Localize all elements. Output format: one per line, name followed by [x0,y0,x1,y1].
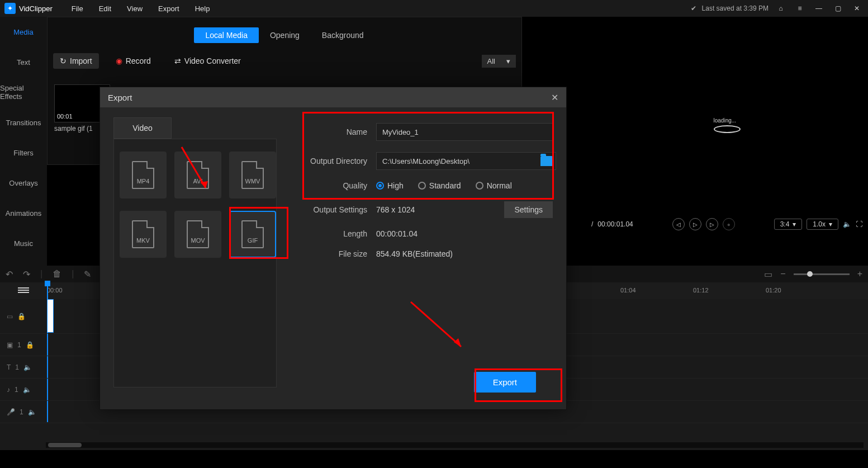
crop-button[interactable]: ✎ [84,269,91,280]
resolution-value: 768 x 1024 [376,205,415,214]
menu-file[interactable]: File [64,4,91,13]
format-wmv[interactable]: WMV [229,152,276,198]
mute-icon[interactable]: 🔈 [28,408,36,416]
sidebar: Media Text Special Effects Transitions F… [0,17,47,268]
tab-opening[interactable]: Opening [259,27,311,43]
loading-ring-icon [714,125,741,133]
tab-background[interactable]: Background [311,27,375,43]
add-track-button[interactable] [18,286,29,294]
fit-icon[interactable]: ▭ [764,269,772,280]
label-length: Length [303,229,376,238]
sidebar-text[interactable]: Text [0,47,47,77]
file-icon: MOV [187,220,209,248]
menu-edit[interactable]: Edit [91,4,119,13]
lock-icon[interactable]: 🔒 [26,341,34,349]
sidebar-special-effects[interactable]: Special Effects [0,77,47,107]
sidebar-media[interactable]: Media [0,17,47,47]
ruler-tick: 01:04 [620,287,636,294]
zoom-slider[interactable] [794,273,850,275]
ruler-tick: 01:12 [693,287,709,294]
menu-help[interactable]: Help [187,4,218,13]
menu-export[interactable]: Export [150,4,187,13]
preview-viewport: loading... [643,17,811,232]
prev-frame-button[interactable]: ◁ [672,218,685,230]
quality-standard-radio[interactable]: Standard [418,181,461,190]
dialog-close-button[interactable]: ✕ [551,92,558,103]
track-count: 1 [15,363,19,371]
browse-folder-button[interactable] [540,156,553,166]
chevron-down-icon: ▾ [506,57,510,65]
text-track-icon: T [7,363,11,371]
dialog-title: Export [108,93,132,102]
preview-panel: loading... / 00:00:01.04 ◁ ▷ ▷ ● 3:4▾ 1.… [586,17,868,257]
format-mov[interactable]: MOV [174,211,221,258]
record-button[interactable]: ◉Record [109,53,158,69]
format-gif[interactable]: GIF [229,211,276,258]
label-output-directory: Output Directory [303,157,376,166]
next-frame-button[interactable]: ▷ [706,218,718,230]
maximize-icon[interactable]: ▢ [831,2,845,15]
track-count: 1 [20,408,23,416]
undo-button[interactable]: ↶ [6,269,13,280]
format-mkv[interactable]: MKV [120,211,167,258]
current-time-separator: / [591,220,593,228]
export-button[interactable]: Export [474,372,536,393]
tab-local-media[interactable]: Local Media [194,27,259,43]
loading-indicator: loading... [714,117,741,133]
aspect-ratio-dropdown[interactable]: 3:4▾ [774,219,803,230]
play-button[interactable]: ▷ [689,218,701,230]
preview-controls: / 00:00:01.04 ◁ ▷ ▷ ● 3:4▾ 1.0x▾ 🔈 ⛶ [586,210,868,238]
format-mp4[interactable]: MP4 [120,152,167,198]
menu-view[interactable]: View [119,4,150,13]
sidebar-music[interactable]: Music [0,228,47,258]
label-file-size: File size [303,249,376,258]
convert-icon: ⇄ [174,56,181,65]
titlebar: ✦ VidClipper File Edit View Export Help … [0,0,868,17]
file-icon: MKV [132,220,154,248]
file-icon: AVI [187,161,209,189]
overlay-track-icon: ▣ [7,341,13,349]
close-window-icon[interactable]: ✕ [850,2,864,15]
chevron-down-icon: ▾ [829,220,832,228]
video-converter-button[interactable]: ⇄Video Converter [168,53,248,69]
output-directory-input[interactable] [376,152,556,170]
speed-dropdown[interactable]: 1.0x▾ [807,219,838,230]
format-avi[interactable]: AVI [174,152,221,198]
hamburger-icon[interactable]: ≡ [793,2,807,15]
sidebar-overlays[interactable]: Overlays [0,168,47,198]
timeline-scrollbar[interactable] [46,442,864,448]
track-count: 1 [17,341,21,349]
minimize-icon[interactable]: — [812,2,826,15]
redo-button[interactable]: ↷ [23,269,30,280]
file-icon: MP4 [132,161,154,189]
mute-icon[interactable]: 🔈 [23,386,31,394]
delete-button[interactable]: 🗑 [53,269,61,279]
track-count: 1 [15,386,18,394]
lock-icon[interactable]: 🔒 [17,313,26,320]
sidebar-filters[interactable]: Filters [0,138,47,168]
ruler-tick: 00:00 [47,287,63,294]
mic-track-icon: 🎤 [7,408,15,416]
quality-high-radio[interactable]: High [376,181,404,190]
zoom-in-button[interactable]: + [857,269,862,279]
mute-icon[interactable]: 🔈 [23,363,32,371]
import-button[interactable]: ↻Import [53,53,99,69]
sidebar-animations[interactable]: Animations [0,198,47,228]
stop-button[interactable]: ● [723,218,735,230]
thumb-duration: 00:01 [57,113,73,120]
quality-normal-radio[interactable]: Normal [476,181,512,190]
media-filter-dropdown[interactable]: All▾ [482,55,516,68]
total-time: 00:00:01.04 [597,220,633,228]
name-input[interactable] [376,123,553,141]
sidebar-transitions[interactable]: Transitions [0,107,47,138]
export-tab-video[interactable]: Video [113,117,172,139]
dialog-titlebar: Export ✕ [100,87,566,107]
fullscreen-icon[interactable]: ⛶ [856,220,862,228]
save-status: Last saved at 3:39 PM [702,4,769,12]
app-name: VidClipper [19,4,53,13]
volume-icon[interactable]: 🔈 [843,220,851,228]
audio-track-icon: ♪ [7,386,10,394]
home-icon[interactable]: ⌂ [774,2,788,15]
settings-button[interactable]: Settings [504,201,553,218]
zoom-out-button[interactable]: − [780,269,785,279]
